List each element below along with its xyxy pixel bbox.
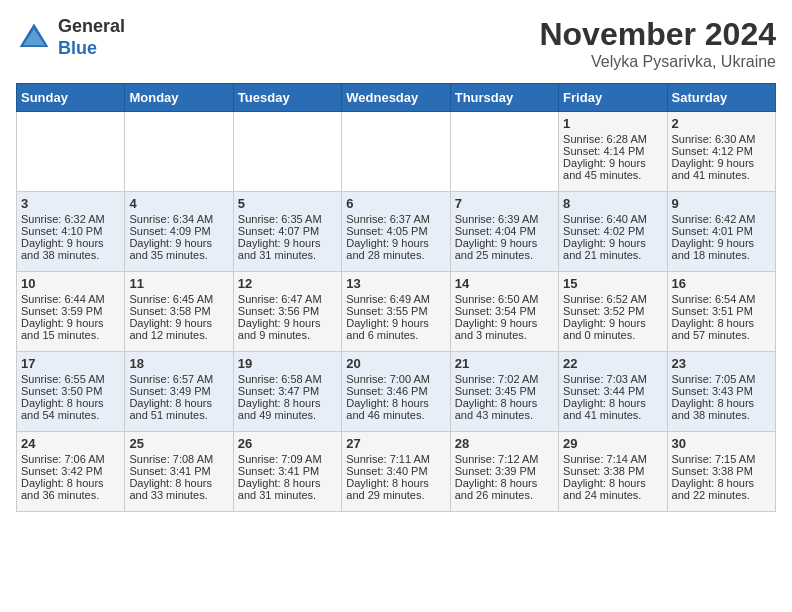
- cell-line: and 49 minutes.: [238, 409, 337, 421]
- calendar-row-1: 3Sunrise: 6:32 AMSunset: 4:10 PMDaylight…: [17, 192, 776, 272]
- cell-line: Daylight: 8 hours: [563, 477, 662, 489]
- calendar-cell: 22Sunrise: 7:03 AMSunset: 3:44 PMDayligh…: [559, 352, 667, 432]
- cell-line: Sunset: 3:58 PM: [129, 305, 228, 317]
- cell-line: and 36 minutes.: [21, 489, 120, 501]
- cell-line: Daylight: 8 hours: [21, 397, 120, 409]
- cell-line: Daylight: 8 hours: [455, 477, 554, 489]
- cell-line: Sunrise: 7:08 AM: [129, 453, 228, 465]
- calendar-cell: 16Sunrise: 6:54 AMSunset: 3:51 PMDayligh…: [667, 272, 775, 352]
- cell-line: Sunset: 4:09 PM: [129, 225, 228, 237]
- logo-blue-text: Blue: [58, 38, 125, 60]
- cell-line: and 51 minutes.: [129, 409, 228, 421]
- calendar-cell: 12Sunrise: 6:47 AMSunset: 3:56 PMDayligh…: [233, 272, 341, 352]
- cell-line: Sunrise: 6:57 AM: [129, 373, 228, 385]
- day-number: 16: [672, 276, 771, 291]
- cell-line: and 29 minutes.: [346, 489, 445, 501]
- cell-line: and 0 minutes.: [563, 329, 662, 341]
- calendar-cell: 25Sunrise: 7:08 AMSunset: 3:41 PMDayligh…: [125, 432, 233, 512]
- calendar-cell: 5Sunrise: 6:35 AMSunset: 4:07 PMDaylight…: [233, 192, 341, 272]
- cell-line: Daylight: 8 hours: [21, 477, 120, 489]
- cell-line: Sunrise: 6:34 AM: [129, 213, 228, 225]
- page-header: General Blue November 2024 Velyka Pysari…: [16, 16, 776, 71]
- cell-line: Sunset: 4:04 PM: [455, 225, 554, 237]
- cell-line: Daylight: 8 hours: [346, 397, 445, 409]
- day-number: 18: [129, 356, 228, 371]
- cell-line: Sunrise: 6:49 AM: [346, 293, 445, 305]
- calendar-row-4: 24Sunrise: 7:06 AMSunset: 3:42 PMDayligh…: [17, 432, 776, 512]
- cell-line: and 9 minutes.: [238, 329, 337, 341]
- cell-line: Daylight: 9 hours: [21, 317, 120, 329]
- day-number: 21: [455, 356, 554, 371]
- cell-line: and 33 minutes.: [129, 489, 228, 501]
- cell-line: and 3 minutes.: [455, 329, 554, 341]
- cell-line: Sunrise: 6:44 AM: [21, 293, 120, 305]
- day-number: 17: [21, 356, 120, 371]
- cell-line: Daylight: 9 hours: [21, 237, 120, 249]
- cell-line: Sunset: 3:44 PM: [563, 385, 662, 397]
- cell-line: Sunrise: 7:11 AM: [346, 453, 445, 465]
- day-number: 14: [455, 276, 554, 291]
- cell-line: and 24 minutes.: [563, 489, 662, 501]
- day-number: 11: [129, 276, 228, 291]
- cell-line: Daylight: 9 hours: [455, 237, 554, 249]
- calendar-cell: 26Sunrise: 7:09 AMSunset: 3:41 PMDayligh…: [233, 432, 341, 512]
- cell-line: Sunset: 3:42 PM: [21, 465, 120, 477]
- cell-line: Sunrise: 6:52 AM: [563, 293, 662, 305]
- cell-line: Sunrise: 6:30 AM: [672, 133, 771, 145]
- cell-line: and 12 minutes.: [129, 329, 228, 341]
- day-number: 19: [238, 356, 337, 371]
- location-subtitle: Velyka Pysarivka, Ukraine: [539, 53, 776, 71]
- cell-line: Daylight: 9 hours: [672, 157, 771, 169]
- title-block: November 2024 Velyka Pysarivka, Ukraine: [539, 16, 776, 71]
- calendar-cell: 8Sunrise: 6:40 AMSunset: 4:02 PMDaylight…: [559, 192, 667, 272]
- cell-line: Sunrise: 6:39 AM: [455, 213, 554, 225]
- day-number: 27: [346, 436, 445, 451]
- cell-line: Sunset: 3:41 PM: [238, 465, 337, 477]
- header-cell-wednesday: Wednesday: [342, 84, 450, 112]
- cell-line: and 22 minutes.: [672, 489, 771, 501]
- day-number: 23: [672, 356, 771, 371]
- header-row: SundayMondayTuesdayWednesdayThursdayFrid…: [17, 84, 776, 112]
- cell-line: and 41 minutes.: [672, 169, 771, 181]
- calendar-cell: [342, 112, 450, 192]
- header-cell-tuesday: Tuesday: [233, 84, 341, 112]
- month-year-title: November 2024: [539, 16, 776, 53]
- day-number: 26: [238, 436, 337, 451]
- cell-line: Sunset: 4:07 PM: [238, 225, 337, 237]
- calendar-cell: 6Sunrise: 6:37 AMSunset: 4:05 PMDaylight…: [342, 192, 450, 272]
- cell-line: and 38 minutes.: [21, 249, 120, 261]
- logo: General Blue: [16, 16, 125, 59]
- calendar-cell: 4Sunrise: 6:34 AMSunset: 4:09 PMDaylight…: [125, 192, 233, 272]
- calendar-cell: 15Sunrise: 6:52 AMSunset: 3:52 PMDayligh…: [559, 272, 667, 352]
- logo-general-text: General: [58, 16, 125, 38]
- calendar-cell: 3Sunrise: 6:32 AMSunset: 4:10 PMDaylight…: [17, 192, 125, 272]
- cell-line: and 18 minutes.: [672, 249, 771, 261]
- cell-line: and 46 minutes.: [346, 409, 445, 421]
- day-number: 10: [21, 276, 120, 291]
- cell-line: and 41 minutes.: [563, 409, 662, 421]
- day-number: 3: [21, 196, 120, 211]
- cell-line: Sunrise: 7:00 AM: [346, 373, 445, 385]
- header-cell-friday: Friday: [559, 84, 667, 112]
- cell-line: Sunrise: 6:37 AM: [346, 213, 445, 225]
- cell-line: Sunset: 3:43 PM: [672, 385, 771, 397]
- calendar-cell: 28Sunrise: 7:12 AMSunset: 3:39 PMDayligh…: [450, 432, 558, 512]
- cell-line: Sunset: 4:05 PM: [346, 225, 445, 237]
- calendar-cell: 10Sunrise: 6:44 AMSunset: 3:59 PMDayligh…: [17, 272, 125, 352]
- cell-line: and 26 minutes.: [455, 489, 554, 501]
- cell-line: Sunrise: 7:15 AM: [672, 453, 771, 465]
- calendar-cell: 18Sunrise: 6:57 AMSunset: 3:49 PMDayligh…: [125, 352, 233, 432]
- day-number: 30: [672, 436, 771, 451]
- cell-line: and 31 minutes.: [238, 249, 337, 261]
- calendar-cell: 11Sunrise: 6:45 AMSunset: 3:58 PMDayligh…: [125, 272, 233, 352]
- cell-line: Sunset: 3:59 PM: [21, 305, 120, 317]
- header-cell-saturday: Saturday: [667, 84, 775, 112]
- cell-line: Daylight: 9 hours: [563, 317, 662, 329]
- cell-line: and 54 minutes.: [21, 409, 120, 421]
- cell-line: Daylight: 9 hours: [238, 237, 337, 249]
- calendar-header: SundayMondayTuesdayWednesdayThursdayFrid…: [17, 84, 776, 112]
- calendar-cell: 20Sunrise: 7:00 AMSunset: 3:46 PMDayligh…: [342, 352, 450, 432]
- calendar-cell: 23Sunrise: 7:05 AMSunset: 3:43 PMDayligh…: [667, 352, 775, 432]
- calendar-cell: 9Sunrise: 6:42 AMSunset: 4:01 PMDaylight…: [667, 192, 775, 272]
- cell-line: Daylight: 8 hours: [672, 317, 771, 329]
